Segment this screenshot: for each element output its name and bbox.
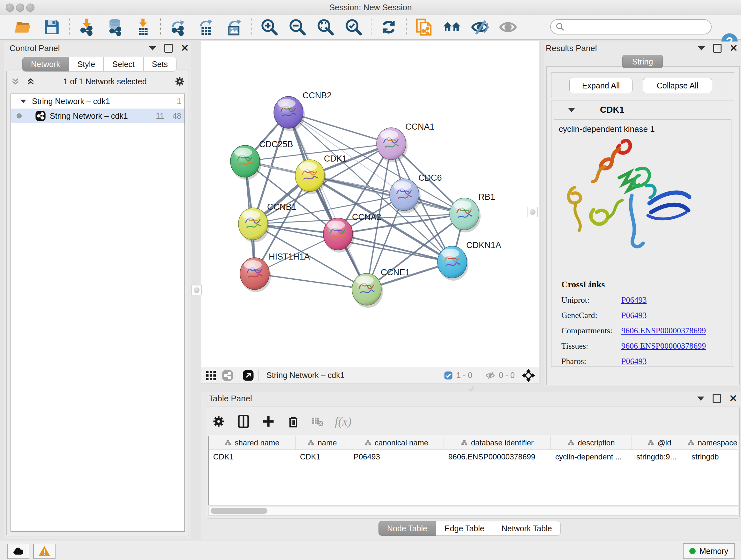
home-layout-icon[interactable] xyxy=(442,17,462,37)
expand-all-button[interactable]: Expand All xyxy=(569,78,632,93)
network-edge[interactable] xyxy=(255,273,367,289)
show-columns-icon[interactable] xyxy=(237,415,251,428)
tab-select[interactable]: Select xyxy=(104,57,143,71)
cell-namespace[interactable]: stringdb xyxy=(687,450,738,464)
table-horizontal-scrollbar[interactable] xyxy=(208,507,738,516)
crosslink-genecard[interactable]: P06493 xyxy=(621,311,647,320)
panel-menu-icon[interactable] xyxy=(149,46,156,51)
cell-name[interactable]: CDK1 xyxy=(295,450,349,464)
network-node-CCNA2[interactable] xyxy=(323,218,354,253)
zoom-in-icon[interactable] xyxy=(259,17,280,37)
column-header[interactable]: shared name xyxy=(209,436,295,449)
network-node-CDKN1A[interactable] xyxy=(437,246,468,281)
panel-divider[interactable] xyxy=(541,41,541,384)
node-entry-header[interactable]: CDK1 xyxy=(551,101,734,119)
tab-network[interactable]: Network xyxy=(22,57,69,71)
import-database-icon[interactable] xyxy=(105,17,125,37)
string-results-content: Expand All Collapse All CDK1 cyclin-depe… xyxy=(546,66,740,385)
warnings-button[interactable] xyxy=(33,544,56,559)
crosslink-compartments[interactable]: 9606.ENSP00000378699 xyxy=(621,326,706,335)
cell-canonical-name[interactable]: P06493 xyxy=(349,450,444,464)
network-node-CDC6[interactable] xyxy=(390,179,421,213)
horizontal-splitter-grip[interactable] xyxy=(468,386,474,391)
export-network-icon[interactable] xyxy=(168,17,188,37)
open-session-icon[interactable] xyxy=(13,17,34,37)
tab-edge-table[interactable]: Edge Table xyxy=(436,521,493,536)
tab-sets[interactable]: Sets xyxy=(143,57,177,71)
copy-network-to-clipboard-icon[interactable] xyxy=(414,17,434,37)
pan-mode-icon[interactable] xyxy=(522,369,535,382)
float-panel-icon[interactable] xyxy=(713,44,722,53)
network-row[interactable]: String Network – cdk1 11 48 xyxy=(11,109,185,123)
refresh-icon[interactable] xyxy=(379,17,399,37)
close-panel-icon[interactable]: ✕ xyxy=(730,45,738,52)
network-thumbnail-icon[interactable] xyxy=(222,370,233,381)
network-collection-row[interactable]: String Network – cdk1 1 xyxy=(11,94,185,109)
cell-database-identifier[interactable]: 9606.ENSP00000378699 xyxy=(444,450,551,464)
column-header[interactable]: namespace xyxy=(687,436,738,449)
zoom-out-icon[interactable] xyxy=(287,17,308,37)
tab-style[interactable]: Style xyxy=(69,57,104,71)
zoom-fit-icon[interactable] xyxy=(315,17,336,37)
hide-graphics-details-icon[interactable] xyxy=(470,17,490,37)
collapse-all-button[interactable]: Collapse All xyxy=(643,78,712,93)
close-panel-icon[interactable]: ✕ xyxy=(181,45,189,52)
network-options-gear-icon[interactable] xyxy=(174,76,185,87)
network-node-CCNB2[interactable] xyxy=(274,97,305,131)
column-header[interactable]: description xyxy=(551,436,632,449)
entry-expander-icon[interactable] xyxy=(568,108,575,112)
tab-string[interactable]: String xyxy=(622,55,663,68)
import-network-icon[interactable] xyxy=(77,17,97,37)
grid-view-icon[interactable] xyxy=(205,370,217,381)
network-node-HIST1H1A[interactable] xyxy=(240,258,271,292)
network-node-CCNA1[interactable] xyxy=(377,128,408,162)
collapse-all-networks-icon[interactable] xyxy=(10,77,21,86)
birdseye-view-icon[interactable] xyxy=(243,370,254,381)
expand-all-networks-icon[interactable] xyxy=(25,77,36,86)
table-panel: Table Panel ✕ f(x) shared name name c xyxy=(201,392,741,540)
cell-shared-name[interactable]: CDK1 xyxy=(209,450,295,464)
search-input[interactable] xyxy=(565,22,700,32)
table-row[interactable]: CDK1 CDK1 P06493 9606.ENSP00000378699 cy… xyxy=(209,450,738,464)
network-edge[interactable] xyxy=(288,112,367,289)
panel-menu-icon[interactable] xyxy=(698,46,705,51)
node-table: shared name name canonical name database… xyxy=(208,436,738,505)
crosslink-tissues[interactable]: 9606.ENSP00000378699 xyxy=(621,341,706,351)
toolbar-search-field[interactable] xyxy=(550,19,712,35)
save-session-icon[interactable] xyxy=(42,17,62,37)
create-column-icon[interactable] xyxy=(261,415,275,428)
scrollbar-thumb[interactable] xyxy=(211,508,267,514)
memory-button[interactable]: Memory xyxy=(683,543,735,559)
column-header[interactable]: database identifier xyxy=(444,436,551,449)
close-panel-icon[interactable]: ✕ xyxy=(729,395,737,402)
zoom-selected-icon[interactable] xyxy=(343,17,364,37)
crosslink-pharos[interactable]: P06493 xyxy=(621,357,647,366)
cell-description[interactable]: cyclin-dependent ... xyxy=(551,450,632,464)
network-node-RB1[interactable] xyxy=(450,198,481,233)
float-panel-icon[interactable] xyxy=(713,394,721,403)
show-graphics-details-icon[interactable] xyxy=(498,17,518,37)
cloud-status-button[interactable] xyxy=(7,544,29,559)
collection-expander-icon[interactable] xyxy=(20,100,26,103)
export-table-icon[interactable] xyxy=(196,17,216,37)
network-node-CCNE1[interactable] xyxy=(352,273,383,308)
tab-node-table[interactable]: Node Table xyxy=(379,521,436,536)
crosslink-uniprot[interactable]: P06493 xyxy=(621,295,647,305)
tab-network-table[interactable]: Network Table xyxy=(493,521,561,536)
network-node-CDK1[interactable] xyxy=(295,160,326,194)
table-options-gear-icon[interactable] xyxy=(212,415,226,428)
network-node-CDC25B[interactable] xyxy=(230,145,261,180)
column-header[interactable]: name xyxy=(295,436,349,449)
right-splitter-grip[interactable] xyxy=(528,207,538,217)
export-image-icon[interactable] xyxy=(224,17,245,37)
delete-column-icon[interactable] xyxy=(286,415,300,428)
float-panel-icon[interactable] xyxy=(164,44,173,53)
import-table-icon[interactable] xyxy=(133,17,153,37)
left-splitter-grip[interactable] xyxy=(192,285,202,295)
network-canvas[interactable]: CCNB2CCNA1CDC25BCDK1CDC6RB1CCNB1CCNA2CDK… xyxy=(201,41,539,366)
cell-id[interactable]: stringdb:9... xyxy=(632,450,687,464)
panel-menu-icon[interactable] xyxy=(697,396,704,401)
selected-checkbox-icon[interactable] xyxy=(444,371,453,380)
column-header[interactable]: canonical name xyxy=(349,436,444,449)
column-header[interactable]: @id xyxy=(632,436,687,449)
